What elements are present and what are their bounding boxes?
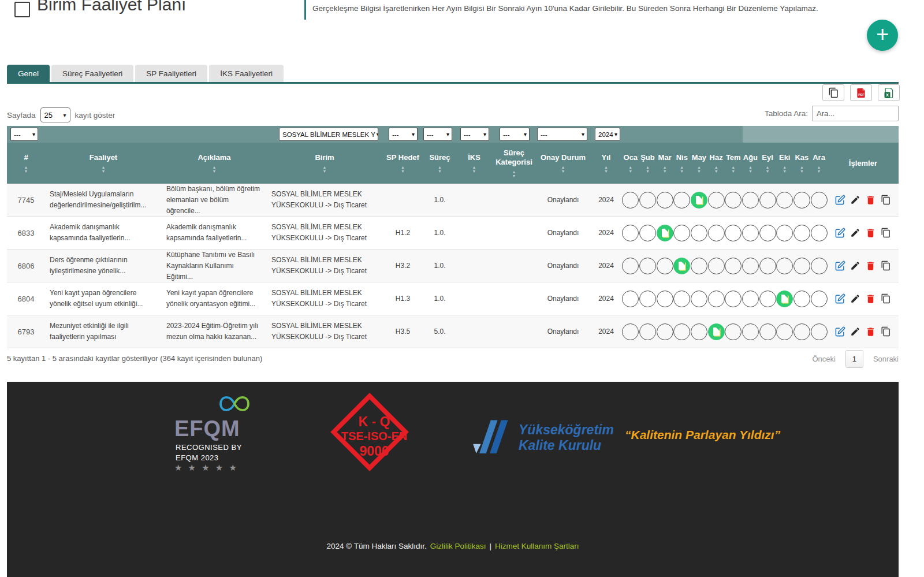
month-circle-kas[interactable] xyxy=(793,291,810,307)
column-header-surec[interactable]: Süreç▲▼ xyxy=(423,143,456,184)
edit-button[interactable] xyxy=(834,228,845,239)
month-circle-ara[interactable] xyxy=(811,291,828,307)
month-circle-sub[interactable] xyxy=(639,291,656,307)
month-circle-agu[interactable] xyxy=(742,258,759,274)
tab-sp-faaliyetleri[interactable]: SP Faaliyetleri xyxy=(135,65,207,82)
month-circle-oca[interactable] xyxy=(622,258,639,274)
filter-select-birim[interactable]: SOSYAL BİLİMLER MESLEK Y▾ xyxy=(279,128,378,141)
tab-surec-faaliyetleri[interactable]: Süreç Faaliyetleri xyxy=(51,65,133,82)
month-circle-oca[interactable] xyxy=(622,192,639,209)
pdf-export-button[interactable]: PDF xyxy=(850,84,872,101)
duplicate-button[interactable] xyxy=(881,293,891,304)
privacy-policy-link[interactable]: Gizlilik Politikası xyxy=(430,542,486,550)
month-circle-haz[interactable] xyxy=(708,291,725,307)
delete-button[interactable] xyxy=(865,195,876,206)
month-circle-mar[interactable] xyxy=(657,192,673,209)
column-header-i̇ks[interactable]: İKS▲▼ xyxy=(456,143,492,184)
column-header-aciklama[interactable]: Açıklama▲▼ xyxy=(162,143,267,184)
month-circle-tem[interactable] xyxy=(725,258,742,274)
column-header-surec-kategorisi[interactable]: Süreç Kategorisi▲▼ xyxy=(492,143,536,184)
delete-button[interactable] xyxy=(865,326,876,337)
pencil-button[interactable] xyxy=(850,326,860,337)
column-header-yil[interactable]: Yıl▲▼ xyxy=(590,143,622,184)
tab-i̇ks-faaliyetleri[interactable]: İKS Faaliyetleri xyxy=(209,65,284,82)
month-circle-eki[interactable] xyxy=(776,225,793,241)
month-circle-haz[interactable] xyxy=(708,192,725,209)
tab-genel[interactable]: Genel xyxy=(7,65,50,82)
month-circle-kas[interactable] xyxy=(793,258,810,274)
filter-select-id[interactable]: ---▾ xyxy=(10,128,38,141)
duplicate-button[interactable] xyxy=(881,326,891,337)
column-header-onay-durum[interactable]: Onay Durum▲▼ xyxy=(536,143,590,184)
month-circle-eyl[interactable] xyxy=(759,225,776,241)
month-circle-tem[interactable] xyxy=(725,291,742,307)
column-header-eyl[interactable]: Eyl▲▼ xyxy=(759,143,776,184)
pencil-button[interactable] xyxy=(850,195,860,205)
filter-select-surec-kategorisi[interactable]: ---▾ xyxy=(500,128,530,141)
month-circle-agu[interactable] xyxy=(742,323,759,340)
month-circle-eyl[interactable] xyxy=(759,323,776,340)
month-circle-eki[interactable] xyxy=(776,258,793,274)
month-circle-ara[interactable] xyxy=(811,225,828,241)
month-circle-eki[interactable] xyxy=(776,323,793,340)
duplicate-button[interactable] xyxy=(881,260,891,271)
column-header-haz[interactable]: Haz▲▼ xyxy=(707,143,725,184)
month-circle-sub[interactable] xyxy=(639,225,656,241)
column-header-nis[interactable]: Nis▲▼ xyxy=(673,143,691,184)
month-circle-tem[interactable] xyxy=(725,323,742,340)
month-circle-mar[interactable] xyxy=(657,291,673,307)
column-header-kas[interactable]: Kas▲▼ xyxy=(793,143,811,184)
month-circle-may[interactable] xyxy=(691,225,707,241)
month-circle-sub[interactable] xyxy=(639,323,656,340)
month-circle-mar[interactable] xyxy=(657,258,673,274)
column-header-eki[interactable]: Eki▲▼ xyxy=(776,143,793,184)
column-header-ara[interactable]: Ara▲▼ xyxy=(810,143,828,184)
month-circle-may[interactable] xyxy=(691,258,707,274)
month-circle-nis[interactable] xyxy=(673,258,690,274)
delete-button[interactable] xyxy=(865,260,876,271)
month-circle-eyl[interactable] xyxy=(759,258,776,274)
month-circle-oca[interactable] xyxy=(622,225,639,241)
column-header-no[interactable]: #▲▼ xyxy=(7,143,45,184)
column-header-tem[interactable]: Tem▲▼ xyxy=(725,143,742,184)
month-circle-may[interactable] xyxy=(691,192,707,209)
month-circle-ara[interactable] xyxy=(811,258,828,274)
filter-select-onay-durum[interactable]: ---▾ xyxy=(537,128,587,141)
month-circle-agu[interactable] xyxy=(742,291,759,307)
delete-button[interactable] xyxy=(865,228,876,239)
month-circle-kas[interactable] xyxy=(793,192,810,209)
column-header-mar[interactable]: Mar▲▼ xyxy=(656,143,673,184)
filter-select-sp-hedef[interactable]: ---▾ xyxy=(389,128,418,141)
column-header-faaliyet[interactable]: Faaliyet▲▼ xyxy=(45,143,162,184)
month-circle-agu[interactable] xyxy=(742,192,759,209)
month-circle-oca[interactable] xyxy=(622,291,639,307)
edit-button[interactable] xyxy=(834,260,845,271)
month-circle-oca[interactable] xyxy=(622,323,639,340)
month-circle-ara[interactable] xyxy=(811,192,828,209)
pencil-button[interactable] xyxy=(850,260,860,271)
duplicate-button[interactable] xyxy=(881,195,891,205)
month-circle-may[interactable] xyxy=(691,291,707,307)
month-circle-mar[interactable] xyxy=(657,323,673,340)
column-header-may[interactable]: May▲▼ xyxy=(691,143,708,184)
excel-export-button[interactable]: X xyxy=(878,84,900,101)
column-header-birim[interactable]: Birim▲▼ xyxy=(267,143,382,184)
month-circle-kas[interactable] xyxy=(793,225,810,241)
next-page-button[interactable]: Sonraki xyxy=(873,355,899,363)
copy-export-button[interactable] xyxy=(822,84,844,101)
edit-button[interactable] xyxy=(834,293,845,304)
month-circle-kas[interactable] xyxy=(793,323,810,340)
month-circle-nis[interactable] xyxy=(673,291,690,307)
search-input[interactable] xyxy=(812,106,899,121)
pencil-button[interactable] xyxy=(850,293,860,304)
column-header-agu[interactable]: Ağu▲▼ xyxy=(742,143,759,184)
delete-button[interactable] xyxy=(865,293,876,304)
month-circle-agu[interactable] xyxy=(742,225,759,241)
month-circle-ara[interactable] xyxy=(811,323,828,340)
add-button[interactable]: + xyxy=(867,20,898,51)
column-header-sp-hedef[interactable]: SP Hedef▲▼ xyxy=(382,143,423,184)
month-circle-haz[interactable] xyxy=(708,258,725,274)
month-circle-eyl[interactable] xyxy=(759,192,776,209)
month-circle-sub[interactable] xyxy=(639,258,656,274)
filter-select-iks[interactable]: ---▾ xyxy=(460,128,489,141)
